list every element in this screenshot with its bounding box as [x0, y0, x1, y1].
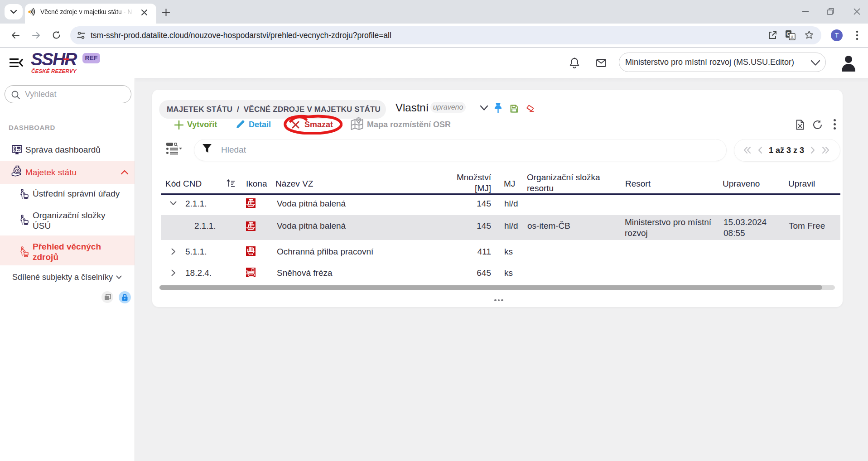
svg-text:文: 文 [790, 34, 795, 39]
